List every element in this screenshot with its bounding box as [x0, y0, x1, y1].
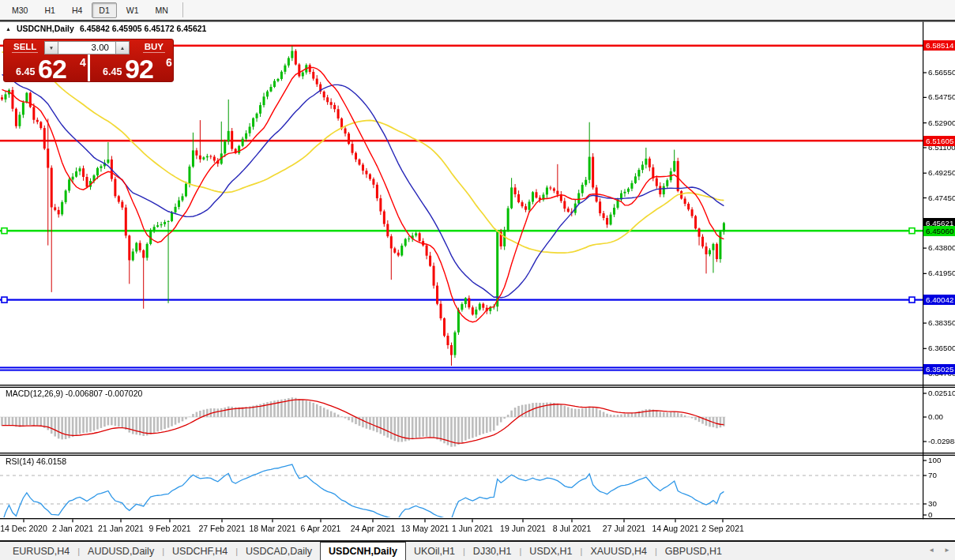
- date-tick-label: 14 Dec 2020: [0, 524, 47, 533]
- date-tick-label: 27 Jul 2021: [603, 524, 645, 533]
- price-tick-label: 6.49250: [928, 168, 955, 178]
- timeframe-button-h4[interactable]: H4: [65, 2, 89, 18]
- tab-xauusd-h4[interactable]: XAUUSD,H4: [582, 542, 655, 560]
- sell-price-big-figure: 6.45: [16, 66, 35, 77]
- chevron-down-icon: ▼: [49, 45, 54, 51]
- trade-panel-divider: [88, 54, 90, 81]
- tab-scroll-controls: ◄ ►: [928, 540, 950, 560]
- price-tick-label: 6.47450: [928, 194, 955, 203]
- tab-usdcad-daily[interactable]: USDCAD,Daily: [238, 542, 320, 560]
- price-badge-6-45060: 6.45060: [923, 226, 955, 236]
- macd-axis-tick-label: 0.00: [928, 412, 943, 422]
- date-tick-label: 1 Jun 2021: [452, 524, 493, 533]
- buy-price-pipette: 6: [166, 56, 172, 69]
- rsi-axis-tick-label: 0: [928, 510, 932, 520]
- tab-usdx-h1[interactable]: USDX,H1: [521, 542, 580, 560]
- scroll-tabs-right-icon[interactable]: ►: [944, 547, 950, 554]
- tab-audusd-daily[interactable]: AUDUSD,Daily: [80, 542, 162, 560]
- date-tick-label: 18 Mar 2021: [250, 524, 296, 533]
- date-tick-label: 6 Apr 2021: [301, 524, 341, 533]
- sell-price-pips[interactable]: 62: [38, 54, 66, 85]
- chart-ohlc-values: 6.45842 6.45905 6.45172 6.45621: [80, 24, 207, 33]
- timeframe-button-w1[interactable]: W1: [119, 2, 146, 18]
- volume-stepper: ▼ 3.00 ▲: [44, 41, 130, 54]
- scroll-tabs-left-icon[interactable]: ◄: [928, 547, 934, 554]
- price-tick-label: 6.56550: [928, 68, 955, 77]
- timeframe-button-h1[interactable]: H1: [37, 2, 62, 18]
- date-tick-label: 2 Jan 2021: [52, 524, 93, 533]
- date-tick-label: 27 Feb 2021: [199, 524, 246, 533]
- date-tick-label: 8 Jul 2021: [553, 524, 591, 533]
- buy-price-big-figure: 6.45: [103, 66, 122, 77]
- date-tick-label: 21 Jan 2021: [98, 524, 144, 533]
- price-badge-6-35025: 6.35025: [923, 364, 955, 374]
- sell-button[interactable]: SELL: [12, 42, 38, 53]
- volume-field[interactable]: 3.00: [58, 41, 115, 54]
- tab-gbpusd-h1[interactable]: GBPUSD,H1: [657, 542, 730, 560]
- chevron-up-icon: ▲: [120, 45, 125, 51]
- buy-price-pips[interactable]: 92: [125, 54, 153, 85]
- date-tick-label: 24 Apr 2021: [351, 524, 396, 533]
- price-tick-label: 6.52900: [928, 118, 955, 128]
- timeframe-button-mn[interactable]: MN: [149, 2, 175, 18]
- symbol-tab-bar: EURUSD,H4|AUDUSD,Daily|USDCHF,H4|USDCAD,…: [0, 540, 955, 560]
- tab-usdchf-h4[interactable]: USDCHF,H4: [164, 542, 235, 560]
- date-tick-label: 2 Sep 2021: [701, 524, 744, 533]
- date-tick-label: 14 Aug 2021: [652, 524, 699, 533]
- timeframe-button-m30[interactable]: M30: [5, 2, 35, 18]
- one-click-trading-panel: SELL ▼ 3.00 ▲ BUY 6.45 62 4 6.45 92 6: [3, 39, 174, 82]
- price-badge-6-40042: 6.40042: [923, 295, 955, 305]
- price-tick-label: 6.38350: [928, 318, 955, 328]
- volume-decrease-button[interactable]: ▼: [44, 41, 58, 54]
- date-tick-label: 9 Feb 2021: [149, 524, 190, 533]
- macd-axis-tick-label: -0.029881: [928, 437, 955, 446]
- chart-symbol-label: USDCNH,Daily: [17, 24, 74, 33]
- date-tick-label: 19 Jun 2021: [500, 524, 546, 533]
- date-tick-label: 13 May 2021: [401, 524, 449, 533]
- rsi-axis-tick-label: 100: [928, 456, 941, 465]
- tab-usdcnh-daily[interactable]: USDCNH,Daily: [320, 542, 406, 560]
- timeframe-toolbar: M30H1H4D1W1MN: [0, 0, 955, 20]
- chart-title: ▲ USDCNH,Daily 6.45842 6.45905 6.45172 6…: [6, 24, 206, 33]
- price-tick-label: 6.54750: [928, 92, 955, 102]
- price-tick-label: 6.36500: [928, 344, 955, 353]
- volume-increase-button[interactable]: ▲: [115, 41, 130, 54]
- sell-price-pipette: 4: [80, 56, 86, 69]
- tab-dj30-h1[interactable]: DJ30,H1: [465, 542, 520, 560]
- macd-indicator-label: MACD(12,26,9) -0.006807 -0.007020: [6, 389, 142, 398]
- trading-terminal-window: M30H1H4D1W1MN ▲ USDCNH,Daily 6.45842 6.4…: [0, 0, 955, 560]
- price-tick-label: 6.41950: [928, 269, 955, 278]
- buy-button[interactable]: BUY: [143, 42, 165, 53]
- price-badge-6-51605: 6.51605: [923, 136, 955, 146]
- rsi-axis-tick-label: 30: [928, 499, 937, 509]
- price-badge-6-58514: 6.58514: [923, 40, 955, 51]
- macd-axis-tick-label: 0.025108: [928, 389, 955, 398]
- tab-ukoil-h1[interactable]: UKOil,H1: [406, 542, 463, 560]
- tab-eurusd-h4[interactable]: EURUSD,H4: [5, 542, 77, 560]
- price-tick-label: 6.43800: [928, 243, 955, 253]
- timeframe-button-d1[interactable]: D1: [92, 2, 116, 18]
- rsi-axis-tick-label: 70: [928, 471, 937, 480]
- collapse-chart-icon[interactable]: ▲: [6, 26, 11, 32]
- rsi-indicator-label: RSI(14) 46.0158: [6, 457, 66, 466]
- toolbar-separator: [182, 2, 183, 17]
